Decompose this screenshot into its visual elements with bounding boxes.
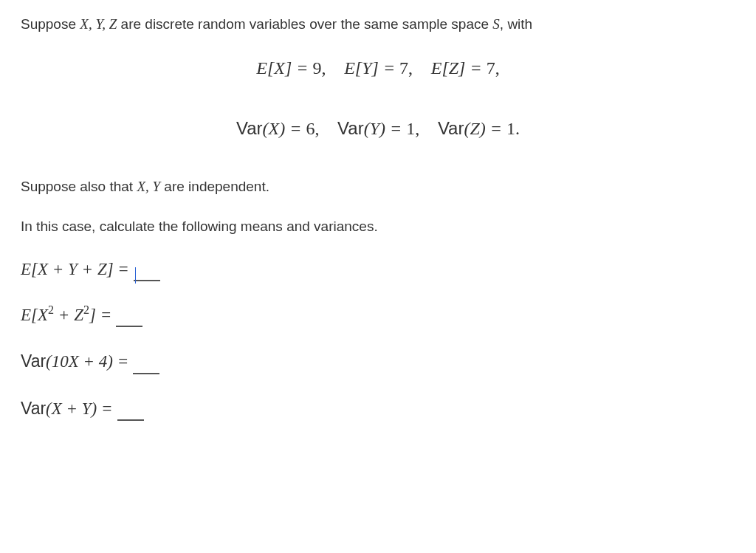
e1-val: 9 [313,58,322,78]
q4-input[interactable] [117,403,144,421]
cond-suffix: are independent. [160,179,269,194]
task-paragraph: In this case, calculate the following me… [21,217,735,237]
intro-mid: are discrete random variables over the s… [117,16,492,32]
v1-lhs: (X) = [263,119,306,138]
cond-vars: X, Y [137,179,160,194]
expectation-line: E[X] = 9, E[Y] = 7, E[Z] = 7, [21,55,735,81]
v2-label: Var [337,118,364,138]
e3-lhs: E[Z] = [431,58,487,78]
q2-row: E[X2 + Z2] = [21,303,735,327]
q4-row: Var(X + Y) = [21,396,735,421]
intro-suffix: , with [500,16,532,32]
e2-sep: , [408,58,413,78]
cond-prefix: Suppose also that [21,179,137,194]
v1-sep: , [315,119,319,138]
intro-paragraph: Suppose X, Y, Z are discrete random vari… [21,15,735,35]
e2-lhs: E[Y] = [344,58,399,78]
v2-sep: , [415,119,419,138]
v2-val: 1 [406,119,415,138]
q3-input[interactable] [133,357,159,374]
q2-exp2: 2 [83,304,89,317]
v2-lhs: (Y) = [364,119,407,138]
q2-mid: + Z [54,306,83,324]
e3-final: , [495,58,500,78]
q2-input[interactable] [116,309,142,327]
v1-val: 6 [306,119,315,138]
v3-label: Var [438,118,464,138]
text-cursor-icon [135,267,136,284]
q3-var: Var [21,351,46,371]
q4-var: Var [21,399,46,418]
intro-vars: X, Y, Z [80,16,117,32]
e3-val: 7 [487,58,495,78]
variance-line: Var(X) = 6, Var(Y) = 1, Var(Z) = 1. [21,116,735,142]
q2-post: ] = [89,306,111,324]
v3-lhs: (Z) = [464,119,506,138]
intro-prefix: Suppose [21,16,80,32]
e2-val: 7 [399,58,408,78]
q4-lhs: Var(X + Y) = [21,396,113,421]
e1-lhs: E[X] = [256,58,312,78]
q2-pre: E[X [21,306,48,324]
q3-lhs: Var(10X + 4) = [21,349,128,374]
q2-lhs: E[X2 + Z2] = [21,303,111,327]
e1-sep: , [322,58,326,78]
intro-space: S [492,16,500,32]
q3-row: Var(10X + 4) = [21,349,735,374]
q1-input[interactable] [134,264,160,281]
v3-val: 1 [506,119,515,138]
v1-label: Var [236,118,263,138]
q4-body: (X + Y) = [46,399,112,418]
v3-final: . [515,119,520,138]
q2-exp1: 2 [48,304,54,317]
q3-body: (10X + 4) = [46,352,128,371]
q1-row: E[X + Y + Z] = [21,258,735,281]
answer-list: E[X + Y + Z] = E[X2 + Z2] = Var(10X + 4)… [21,258,735,421]
condition-paragraph: Suppose also that X, Y are independent. [21,177,735,197]
q1-lhs: E[X + Y + Z] = [21,258,129,281]
